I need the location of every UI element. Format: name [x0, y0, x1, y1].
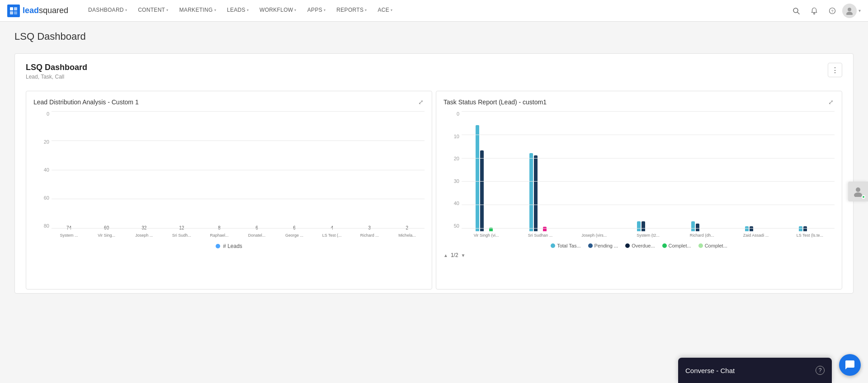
notifications-button[interactable]: [806, 3, 822, 19]
svg-point-10: [846, 12, 853, 15]
legend-item: Overdue...: [625, 243, 655, 248]
page-content: LSQ Dashboard LSQ Dashboard Lead, Task, …: [0, 22, 868, 303]
legend-label: # Leads: [223, 243, 242, 249]
legend-item: Total Tas...: [551, 243, 580, 248]
svg-rect-1: [14, 7, 17, 10]
bar-label: System (t2...: [637, 233, 660, 238]
legend-color-icon: [625, 243, 630, 248]
bar-group: 2 Michela...: [390, 225, 425, 238]
legend-color-icon: [662, 243, 667, 248]
nav-marketing[interactable]: MARKETING ▾: [174, 0, 222, 22]
svg-point-12: [854, 192, 862, 197]
bar-chart-left: 80 60 40 20 0: [33, 111, 425, 249]
bar-group: 8 Raphael...: [202, 225, 236, 238]
online-status-indicator: [862, 195, 865, 199]
chevron-down-icon: ▾: [391, 8, 392, 12]
legend-item: Complet...: [662, 243, 691, 248]
svg-rect-2: [10, 11, 13, 14]
user-avatar[interactable]: [842, 4, 857, 18]
bar-group: 74 System ...: [52, 225, 86, 238]
search-button[interactable]: [788, 3, 804, 19]
chart-right-title: Task Status Report (Lead) - custom1: [443, 98, 835, 106]
nav-ace[interactable]: ACE ▾: [373, 0, 398, 22]
navbar: leadsquared DASHBOARD ▾ CONTENT ▾ MARKET…: [0, 0, 868, 22]
nav-apps[interactable]: APPS ▾: [302, 0, 331, 22]
dashboard-subtitle: Lead, Task, Call: [26, 74, 87, 80]
nav-reports[interactable]: REPORTS ▾: [331, 0, 372, 22]
chevron-down-icon: ▾: [214, 8, 216, 12]
page-title: LSQ Dashboard: [14, 31, 854, 42]
bar-group-right: Joseph (virs...: [570, 231, 619, 238]
user-menu-chevron[interactable]: ▾: [859, 8, 861, 13]
chevron-down-icon: ▾: [294, 8, 296, 12]
logo-icon: [7, 5, 20, 17]
bar-group: 6 George ...: [277, 225, 312, 238]
floating-user-avatar[interactable]: [848, 182, 868, 201]
dashboard-menu-button[interactable]: ⋮: [828, 63, 842, 77]
chart-pagination: ▲ 1/2 ▼: [443, 252, 835, 258]
dashboard-title: LSQ Dashboard: [26, 63, 87, 72]
nav-menu: DASHBOARD ▾ CONTENT ▾ MARKETING ▾ LEADS …: [83, 0, 788, 22]
svg-line-5: [797, 12, 799, 14]
chevron-down-icon: ▾: [125, 8, 127, 12]
svg-point-11: [856, 187, 860, 192]
bar-group: 32 Joseph ...: [127, 225, 161, 238]
chevron-down-icon: ▾: [324, 8, 326, 12]
pagination-next-button[interactable]: ▼: [461, 253, 466, 258]
chevron-down-icon: ▾: [365, 8, 367, 12]
bar-group-right: Zaid Assadi ...: [731, 226, 780, 238]
expand-chart-right-button[interactable]: ⤢: [826, 98, 835, 107]
nav-right-icons: ? ▾: [788, 3, 861, 19]
legend-color-icon: [588, 243, 593, 248]
grid-lines-left: [52, 111, 425, 229]
nav-content[interactable]: CONTENT ▾: [132, 0, 174, 22]
legend-color-icon: [551, 243, 555, 248]
nav-workflow[interactable]: WORKFLOW ▾: [254, 0, 302, 22]
chart-lead-distribution: Lead Distribution Analysis - Custom 1 ⤢ …: [26, 91, 432, 290]
dashboard-header: LSQ Dashboard Lead, Task, Call ⋮: [26, 63, 842, 80]
bar-label: Zaid Assadi ...: [743, 233, 769, 238]
bar-group: 4 LS Test (...: [315, 225, 349, 238]
logo-text: leadsquared: [23, 6, 68, 15]
svg-point-6: [814, 13, 815, 14]
legend-dot-icon: [216, 244, 220, 248]
chart-left-legend: # Leads: [33, 243, 425, 249]
chart-task-status: Task Status Report (Lead) - custom1 ⤢ 50…: [436, 91, 842, 290]
chevron-down-icon: ▾: [247, 8, 249, 12]
logo[interactable]: leadsquared: [7, 5, 68, 17]
svg-point-9: [848, 8, 851, 11]
dashboard-info: LSQ Dashboard Lead, Task, Call: [26, 63, 87, 80]
bar-label: Sri Sudhan ...: [528, 233, 553, 238]
bar-label: Richard (dh...: [690, 233, 714, 238]
expand-chart-left-button[interactable]: ⤢: [416, 98, 425, 107]
bar-group-right: Vir Singh (vi...: [462, 125, 511, 238]
bar-group-right: System (t2...: [623, 221, 673, 238]
bar-group-right: Richard (dh...: [677, 221, 726, 238]
bar-group: 12 Sri Sudh...: [164, 225, 199, 238]
pagination-prev-button[interactable]: ▲: [443, 253, 448, 258]
bar-label: LS Test (ls.te...: [797, 233, 823, 238]
help-button[interactable]: ?: [824, 3, 840, 19]
legend-item: Pending ...: [588, 243, 618, 248]
nav-leads[interactable]: LEADS ▾: [222, 0, 254, 22]
chevron-down-icon: ▾: [166, 8, 168, 12]
pagination-info: 1/2: [451, 252, 458, 258]
bar-label: Vir Singh (vi...: [474, 233, 499, 238]
bar-group: 3 Richard ...: [352, 225, 387, 238]
legend-item: Complet...: [698, 243, 727, 248]
bar-group-right: LS Test (ls.te...: [785, 226, 835, 238]
svg-rect-0: [10, 7, 13, 10]
bar-group: 6 Donatel...: [239, 225, 274, 238]
legend-color-icon: [698, 243, 703, 248]
nav-dashboard[interactable]: DASHBOARD ▾: [83, 0, 132, 22]
bar-chart-right: 50 40 30 20 10 0: [443, 111, 835, 258]
dashboard-card: LSQ Dashboard Lead, Task, Call ⋮ Lead Di…: [14, 53, 854, 294]
y-axis-left: 80 60 40 20 0: [33, 111, 49, 229]
charts-row: Lead Distribution Analysis - Custom 1 ⤢ …: [26, 87, 842, 293]
bar-group: 60 Vir Sing...: [89, 225, 124, 238]
bar-group-right: Sri Sudhan ...: [515, 153, 565, 238]
svg-text:?: ?: [831, 9, 834, 14]
chart-left-title: Lead Distribution Analysis - Custom 1: [33, 98, 425, 106]
chart-right-legend: Total Tas... Pending ... Overdue...: [443, 243, 835, 248]
svg-rect-3: [14, 11, 17, 14]
